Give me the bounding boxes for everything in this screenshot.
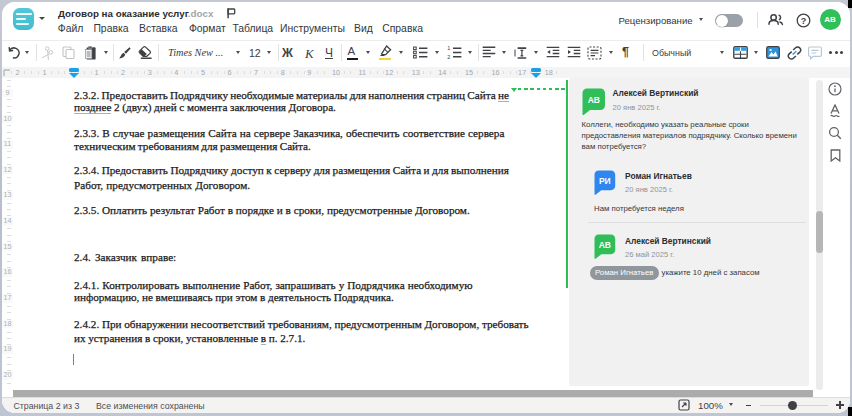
svg-text:АВ: АВ <box>598 240 610 250</box>
svg-text:1: 1 <box>447 46 450 51</box>
svg-text:2: 2 <box>447 54 450 59</box>
svg-text:РИ: РИ <box>598 175 610 185</box>
svg-text:АВ: АВ <box>587 94 599 104</box>
svg-text:?: ? <box>800 15 806 25</box>
